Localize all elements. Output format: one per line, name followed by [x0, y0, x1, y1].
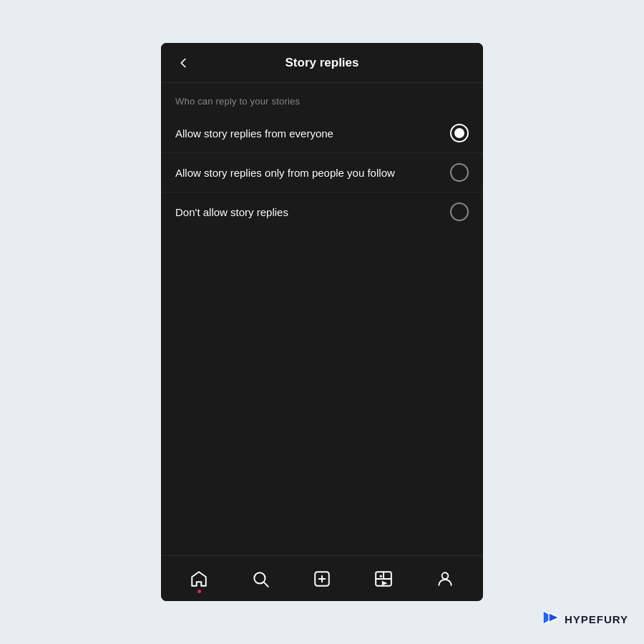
- option-following-label: Allow story replies only from people you…: [175, 165, 450, 180]
- watermark-logo-icon: [543, 610, 560, 628]
- section-label: Who can reply to your stories: [161, 83, 483, 114]
- header: Story replies: [161, 43, 483, 83]
- nav-profile[interactable]: [435, 569, 455, 589]
- option-none[interactable]: Don't allow story replies: [161, 192, 483, 231]
- watermark: HYPEFURY: [543, 610, 628, 628]
- watermark-text: HYPEFURY: [565, 613, 628, 625]
- reels-icon: [374, 569, 394, 589]
- svg-marker-9: [382, 580, 388, 585]
- nav-reels[interactable]: [374, 569, 394, 589]
- nav-add[interactable]: [312, 569, 332, 589]
- page-title: Story replies: [286, 56, 359, 70]
- home-icon: [189, 569, 209, 589]
- phone-container: Story replies Who can reply to your stor…: [161, 43, 483, 601]
- nav-home[interactable]: [189, 569, 209, 589]
- option-everyone-label: Allow story replies from everyone: [175, 126, 450, 141]
- radio-following[interactable]: [450, 163, 469, 182]
- option-none-label: Don't allow story replies: [175, 205, 450, 220]
- radio-none[interactable]: [450, 203, 469, 221]
- svg-marker-12: [549, 613, 559, 623]
- option-following[interactable]: Allow story replies only from people you…: [161, 153, 483, 192]
- back-button[interactable]: [175, 55, 191, 71]
- svg-line-1: [264, 582, 268, 586]
- option-everyone[interactable]: Allow story replies from everyone: [161, 114, 483, 153]
- nav-search[interactable]: [250, 569, 270, 589]
- search-icon: [250, 569, 270, 589]
- add-icon: [312, 569, 332, 589]
- svg-point-6: [380, 575, 382, 577]
- bottom-nav: [161, 555, 483, 601]
- radio-everyone[interactable]: [450, 124, 469, 142]
- profile-icon: [435, 569, 455, 589]
- content-area: Who can reply to your stories Allow stor…: [161, 83, 483, 555]
- svg-point-10: [442, 572, 449, 579]
- home-active-dot: [197, 590, 201, 593]
